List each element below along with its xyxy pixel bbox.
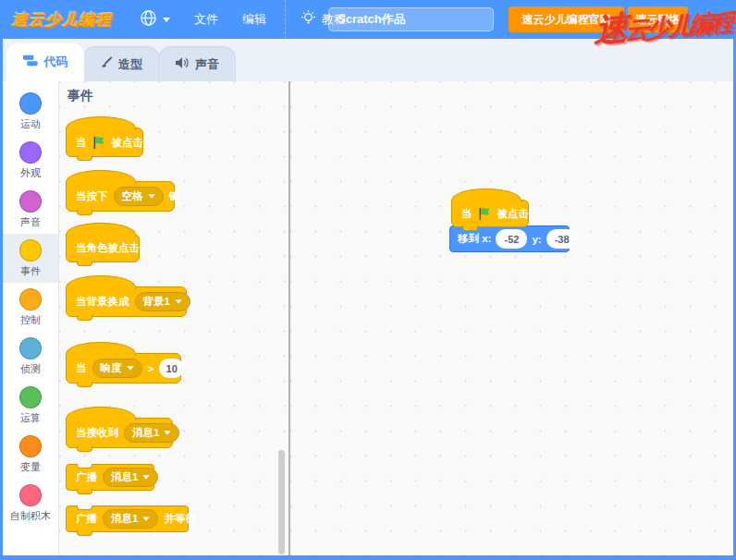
tab-sounds[interactable]: 声音 <box>158 46 236 81</box>
menu-edit[interactable]: 编辑 <box>242 11 266 28</box>
category-sound[interactable]: 声音 <box>3 185 58 234</box>
category-sensing-dot <box>19 337 42 359</box>
block-category-sidebar: 运动 外观 声音 事件 控制 侦测 <box>3 81 59 555</box>
block-when-i-receive[interactable]: 当接收到 消息1 <box>66 418 173 448</box>
block-palette[interactable]: 事件 当 被点击 当按下 空格 键 <box>59 81 290 555</box>
green-flag-icon <box>478 207 492 221</box>
chevron-down-icon <box>143 517 150 521</box>
official-site-button[interactable]: 速云少儿编程官网 <box>509 6 624 32</box>
chevron-down-icon <box>143 475 150 480</box>
key-dropdown[interactable]: 空格 <box>114 187 164 206</box>
category-looks[interactable]: 外观 <box>3 136 58 185</box>
editor-tab-bar: 代码 造型 声音 <box>3 39 733 81</box>
block-when-backdrop-switches[interactable]: 当背景换成 背景1 <box>66 286 187 317</box>
category-looks-dot <box>19 141 42 164</box>
x-coordinate-input[interactable]: -52 <box>496 229 527 249</box>
category-myblocks-dot <box>19 484 42 506</box>
chevron-down-icon <box>127 366 133 371</box>
message-dropdown[interactable]: 消息1 <box>103 509 158 529</box>
network-site-button[interactable]: 速云网络 <box>628 6 688 32</box>
category-variables-dot <box>19 435 42 457</box>
loudness-threshold-input[interactable]: 10 <box>159 359 184 378</box>
category-events[interactable]: 事件 <box>3 234 58 283</box>
chevron-down-icon <box>165 431 171 435</box>
app-logo: 速云少儿编程 <box>12 9 112 30</box>
category-myblocks[interactable]: 自制积木 <box>3 479 58 528</box>
block-when-sprite-clicked[interactable]: 当角色被点击 <box>66 234 140 262</box>
category-motion[interactable]: 运动 <box>3 87 58 136</box>
globe-icon <box>140 9 157 30</box>
app-window: 速云少儿编程 文件 编辑 教程 速云少儿编程官网 速云网络 速云少儿 <box>0 0 736 560</box>
y-coordinate-input[interactable]: -38 <box>546 229 578 249</box>
message-dropdown[interactable]: 消息1 <box>124 423 179 443</box>
script-when-flag-clicked[interactable]: 当 被点击 <box>451 200 529 227</box>
speaker-icon <box>175 56 190 72</box>
palette-scrollbar[interactable] <box>278 450 285 554</box>
menu-divider <box>285 0 286 39</box>
category-operators-dot <box>19 386 42 408</box>
block-when-loudness-greater[interactable]: 当 响度 > 10 <box>66 353 181 383</box>
menu-file[interactable]: 文件 <box>194 11 218 28</box>
category-sound-dot <box>19 190 42 213</box>
chevron-down-icon <box>175 299 181 304</box>
block-when-flag-clicked[interactable]: 当 被点击 <box>66 128 143 157</box>
chevron-down-icon <box>163 18 170 22</box>
category-sensing[interactable]: 侦测 <box>3 332 58 381</box>
top-menu-bar: 速云少儿编程 文件 编辑 教程 速云少儿编程官网 速云网络 速云少儿 <box>3 0 733 39</box>
category-operators[interactable]: 运算 <box>3 381 58 430</box>
lightbulb-icon <box>301 9 316 30</box>
category-control-dot <box>19 288 42 310</box>
block-broadcast[interactable]: 广播 消息1 <box>66 464 154 491</box>
code-blocks-icon <box>23 55 39 70</box>
chevron-down-icon <box>148 194 154 199</box>
script-workspace[interactable]: 当 被点击 移到 x: -52 y: -38 <box>290 81 733 555</box>
tab-code[interactable]: 代码 <box>6 43 84 81</box>
tab-costumes[interactable]: 造型 <box>82 46 160 81</box>
block-when-key-pressed[interactable]: 当按下 空格 键 <box>66 181 175 212</box>
language-menu[interactable] <box>140 9 170 30</box>
category-motion-dot <box>19 92 42 115</box>
project-name-input[interactable] <box>328 7 494 31</box>
paintbrush-icon <box>100 56 113 72</box>
loudness-dropdown[interactable]: 响度 <box>92 359 142 378</box>
category-control[interactable]: 控制 <box>3 283 58 332</box>
category-variables[interactable]: 变量 <box>3 430 58 479</box>
green-flag-icon <box>92 136 106 150</box>
backdrop-dropdown[interactable]: 背景1 <box>135 292 190 311</box>
block-broadcast-and-wait[interactable]: 广播 消息1 并等待 <box>66 505 189 532</box>
message-dropdown[interactable]: 消息1 <box>103 468 158 487</box>
category-events-dot <box>19 239 42 262</box>
palette-section-header: 事件 <box>67 88 93 104</box>
